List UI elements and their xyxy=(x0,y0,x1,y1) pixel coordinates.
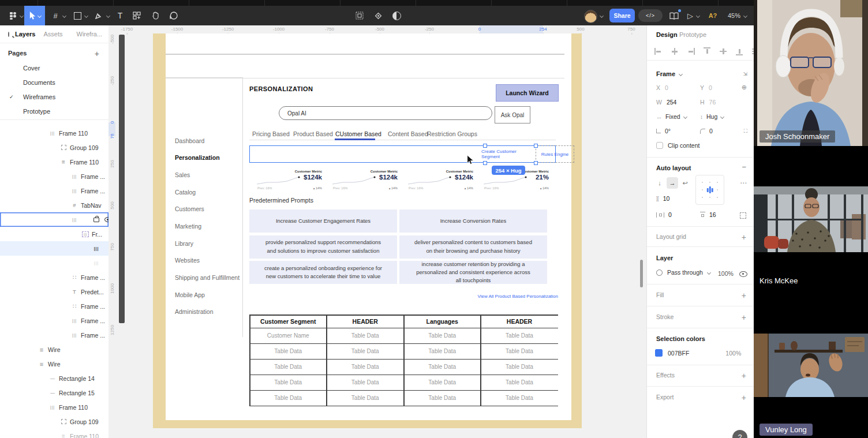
add-effect-button[interactable]: + xyxy=(742,372,746,380)
clip-content-checkbox[interactable] xyxy=(656,142,663,149)
wireframe-tab[interactable]: Restriction Groups xyxy=(427,130,477,137)
individual-padding-icon[interactable] xyxy=(740,212,746,219)
blend-mode-value[interactable]: Pass through xyxy=(667,269,703,276)
layout-vertical-button[interactable]: ↓ xyxy=(654,177,665,189)
prompt-cell[interactable]: provide personalized support recommendat… xyxy=(249,235,397,259)
resize-handle[interactable] xyxy=(534,161,538,165)
collapse-panel-icon[interactable]: ⇲ xyxy=(743,71,747,77)
metric-card[interactable]: Customer Metric $124k Prev: 16% ▴ 14% xyxy=(406,169,476,191)
table-cell[interactable]: Table Data xyxy=(405,360,481,375)
page-item[interactable]: Prototype xyxy=(0,104,108,118)
table-cell[interactable]: Table Data xyxy=(405,344,481,359)
layer-row[interactable]: Predet... xyxy=(0,284,108,299)
wireframe-nav-item[interactable]: Websites xyxy=(175,257,200,264)
present-button[interactable]: ▷ xyxy=(686,6,695,25)
frame-tool-chevron[interactable] xyxy=(61,6,67,25)
layer-row[interactable]: Frame ... xyxy=(0,270,108,284)
h-resize-mode[interactable]: Fixed xyxy=(665,113,680,120)
align-bottom-icon[interactable] xyxy=(735,47,744,56)
wireframe-tab[interactable]: Content Based xyxy=(388,130,428,137)
frame-section-title[interactable]: Frame xyxy=(656,70,675,77)
wireframe-nav-item[interactable]: Catalog xyxy=(175,189,196,196)
table-cell[interactable]: Table Data xyxy=(481,375,558,390)
search-icon[interactable] xyxy=(8,32,9,37)
wireframe-tab[interactable]: CUstomer Based xyxy=(335,130,381,137)
add-fill-button[interactable]: + xyxy=(742,291,746,300)
launch-wizard-button[interactable]: Launch Wizard xyxy=(496,84,559,102)
shape-tool-chevron[interactable] xyxy=(83,6,89,25)
layer-row[interactable]: Frame ... xyxy=(0,169,108,184)
page-item[interactable]: Wireframes xyxy=(0,89,108,104)
metric-card[interactable]: Customer Metric $124k Prev: 16% ▴ 14% xyxy=(330,169,401,191)
selection-color-opacity[interactable]: 100% xyxy=(725,350,741,357)
hand-tool-button[interactable] xyxy=(150,6,160,25)
remove-auto-layout-button[interactable] xyxy=(742,163,746,171)
ask-opal-button[interactable]: Ask Opal xyxy=(495,106,530,123)
main-menu-button[interactable] xyxy=(6,6,20,25)
layer-row[interactable]: Frame 110 xyxy=(0,155,108,169)
table-cell[interactable]: Table Data xyxy=(327,391,404,406)
tab-assets[interactable]: Assets xyxy=(43,31,62,38)
rotation-value[interactable]: 0° xyxy=(665,128,671,134)
page-item[interactable]: Cover xyxy=(0,61,108,75)
table-cell[interactable]: Table Data xyxy=(405,391,481,406)
table-cell[interactable]: Table Data xyxy=(250,375,327,390)
y-value[interactable]: 0 xyxy=(709,84,712,91)
align-top-icon[interactable] xyxy=(702,47,712,56)
opal-ai-input[interactable]: Opal AI xyxy=(279,106,492,120)
shape-tool-button[interactable] xyxy=(73,6,82,25)
layer-row[interactable]: TabNav xyxy=(0,198,108,212)
add-page-button[interactable]: + xyxy=(95,50,99,58)
layer-row[interactable]: Frame ... xyxy=(0,328,108,342)
layout-horizontal-button[interactable]: → xyxy=(667,177,678,189)
layer-row[interactable]: Frame ... xyxy=(0,313,108,328)
corner-radius-value[interactable]: 0 xyxy=(709,128,713,134)
frame-chevron-icon[interactable] xyxy=(679,72,683,76)
table-cell[interactable]: Table Data xyxy=(250,391,327,406)
layer-row[interactable]: Frame 110 xyxy=(0,126,108,140)
layer-row[interactable]: Group 109 xyxy=(0,140,108,155)
present-chevron[interactable] xyxy=(695,6,701,25)
resize-handle[interactable] xyxy=(534,144,538,148)
add-export-button[interactable]: + xyxy=(742,394,746,402)
library-book-button[interactable] xyxy=(668,6,680,25)
wireframe-tab[interactable]: Product Based xyxy=(293,130,333,137)
layer-row[interactable]: Frame ... xyxy=(0,184,108,198)
layer-row[interactable]: Rectangle 14 xyxy=(0,371,108,385)
table-cell[interactable]: Table Data xyxy=(481,360,558,375)
padding-vertical-value[interactable]: 16 xyxy=(709,211,716,218)
independent-corners-icon[interactable]: ⛶ xyxy=(744,128,747,134)
wireframe-nav-item[interactable]: Customers xyxy=(175,205,204,212)
wireframe-nav-item[interactable]: Administration xyxy=(175,308,214,315)
gap-value[interactable]: 10 xyxy=(663,195,670,202)
align-h-center-icon[interactable] xyxy=(670,47,679,56)
metric-card[interactable]: Customer Metric $124k Prev: 16% ▴ 14% xyxy=(255,169,325,191)
add-layout-grid-button[interactable]: + xyxy=(742,233,746,241)
video-tile-josh[interactable]: Josh Schoonmaker xyxy=(754,0,868,146)
layer-row[interactable] xyxy=(0,256,108,270)
canvas-scrollbar[interactable] xyxy=(640,260,643,287)
page-item[interactable]: Documents xyxy=(0,75,108,89)
width-value[interactable]: 254 xyxy=(667,99,677,106)
resources-tool-button[interactable] xyxy=(132,6,142,25)
table-cell[interactable]: Table Data xyxy=(405,328,481,343)
share-button[interactable]: Share xyxy=(609,9,635,23)
auto-layout-more-button[interactable] xyxy=(740,179,747,187)
video-tile-vunley[interactable]: Vunley Long xyxy=(754,292,868,438)
layer-row[interactable]: Frame 110 xyxy=(0,429,108,438)
table-cell[interactable]: Table Data xyxy=(481,328,558,343)
pen-tool-chevron[interactable] xyxy=(105,6,111,25)
unlock-icon[interactable] xyxy=(93,218,99,222)
alignment-pad[interactable] xyxy=(695,175,724,205)
create-customer-segment-button[interactable]: Create Customer Segment xyxy=(481,145,536,163)
layer-row[interactable]: Wire xyxy=(0,342,108,357)
prompt-cell[interactable]: Increase Conversion Rates xyxy=(399,209,547,233)
prompt-cell[interactable]: Increase Customer Engagement Rates xyxy=(249,209,397,233)
table-cell[interactable]: Table Data xyxy=(250,360,327,375)
padding-horizontal-value[interactable]: 0 xyxy=(668,211,672,218)
main-menu-chevron[interactable] xyxy=(18,6,24,25)
a11y-badge[interactable]: A? xyxy=(706,6,719,25)
wireframe-nav-item[interactable]: Dashboard xyxy=(175,137,204,144)
table-cell[interactable]: Table Data xyxy=(327,328,404,343)
x-value[interactable]: 0 xyxy=(665,84,668,91)
